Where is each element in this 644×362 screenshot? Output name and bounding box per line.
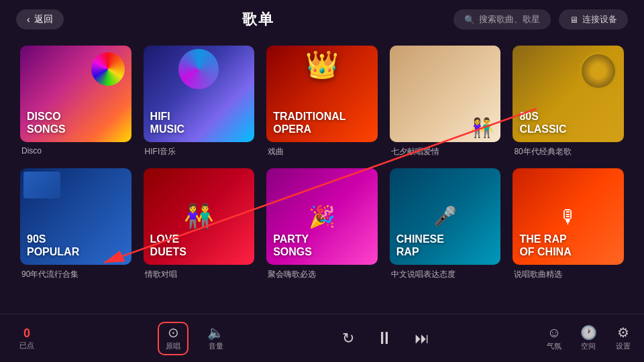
card-love-image: 👫 LOVEDUETS — [144, 168, 255, 265]
card-rap-china[interactable]: 🎙 THE RAPOF CHINA 说唱歌曲精选 — [513, 168, 624, 280]
header: ‹ 返回 歌单 🔍 搜索歌曲、歌星 🖥 连接设备 — [0, 0, 644, 39]
card-love-label: 情歌对唱 — [144, 269, 255, 280]
card-90s-image: 90SPOPULAR — [20, 168, 131, 265]
card-disco-image: DISCOSONGS — [20, 46, 131, 142]
mood-label: 气氛 — [547, 341, 561, 351]
card-80s-image: 80SCLASSIC — [513, 46, 624, 142]
page-title: 歌单 — [242, 9, 274, 29]
card-opera-label: 戏曲 — [266, 146, 378, 158]
bottom-bar: 0 已点 ⊙ 原唱 🔈 音量 ↻ ⏸ ⏭ ☺ 气氛 🕐 空间 ⚙ 设置 — [0, 314, 644, 362]
connect-label: 连接设备 — [582, 13, 617, 25]
card-disco-title: DISCOSONGS — [27, 110, 66, 135]
card-90s[interactable]: 90SPOPULAR 90年代流行合集 — [20, 168, 131, 280]
search-box[interactable]: 🔍 搜索歌曲、歌星 — [453, 9, 551, 29]
left-controls: ⊙ 原唱 🔈 音量 — [158, 322, 224, 355]
back-chevron-icon: ‹ — [27, 14, 30, 25]
card-chinese-rap-title: CHINESERAP — [396, 233, 444, 258]
loop-button[interactable]: ↻ — [342, 330, 354, 347]
card-chinese-rap-label: 中文说唱表达态度 — [390, 269, 501, 280]
card-chinese-rap[interactable]: 🎤 CHINESERAP 中文说唱表达态度 — [390, 168, 501, 280]
playback-controls: ↻ ⏸ ⏭ — [342, 328, 429, 349]
card-90s-title: 90SPOPULAR — [27, 233, 79, 258]
card-rap-china-title: THE RAPOF CHINA — [519, 233, 571, 258]
card-qixi[interactable]: 👫 七夕献唱爱情 — [390, 46, 501, 158]
original-icon: ⊙ — [168, 326, 179, 339]
card-disco-label: Disco — [20, 146, 131, 156]
card-qixi-label: 七夕献唱爱情 — [390, 146, 501, 158]
card-qixi-image: 👫 — [390, 46, 501, 142]
card-80s[interactable]: 80SCLASSIC 80年代经典老歌 — [513, 46, 624, 158]
space-icon: 🕐 — [580, 326, 597, 339]
card-party[interactable]: 🎉 PARTYSONGS 聚会嗨歌必选 — [266, 168, 378, 280]
connect-icon: 🖥 — [570, 15, 578, 25]
card-80s-label: 80年代经典老歌 — [513, 146, 624, 158]
card-party-label: 聚会嗨歌必选 — [266, 269, 378, 280]
back-label: 返回 — [34, 13, 53, 25]
header-right: 🔍 搜索歌曲、歌星 🖥 连接设备 — [453, 9, 628, 29]
search-placeholder: 搜索歌曲、歌星 — [479, 13, 540, 25]
volume-label: 音量 — [209, 341, 223, 351]
card-opera[interactable]: 👑 TRADITIONALOPERA 戏曲 — [266, 46, 378, 158]
card-party-title: PARTYSONGS — [273, 233, 312, 258]
original-sing-button[interactable]: ⊙ 原唱 — [158, 322, 189, 355]
card-hifi-title: HIFIMUSIC — [150, 110, 185, 135]
connect-button[interactable]: 🖥 连接设备 — [559, 9, 628, 29]
card-love[interactable]: 👫 LOVEDUETS 情歌对唱 — [144, 168, 255, 280]
play-count-section: 0 已点 — [13, 326, 40, 351]
card-hifi-image: HIFIMUSIC — [144, 46, 255, 142]
card-love-title: LOVEDUETS — [150, 233, 186, 258]
original-label: 原唱 — [166, 341, 180, 351]
card-hifi[interactable]: HIFIMUSIC HIFI音乐 — [144, 46, 255, 158]
card-rap-china-label: 说唱歌曲精选 — [513, 269, 624, 280]
card-disco[interactable]: DISCOSONGS Disco — [20, 46, 131, 158]
settings-label: 设置 — [616, 341, 631, 351]
pause-button[interactable]: ⏸ — [376, 328, 393, 349]
search-icon: 🔍 — [464, 15, 475, 25]
card-90s-label: 90年代流行合集 — [20, 269, 131, 280]
play-count-label: 已点 — [19, 341, 34, 351]
right-controls: ☺ 气氛 🕐 空间 ⚙ 设置 — [547, 326, 631, 351]
play-count: 0 — [23, 326, 30, 341]
mood-icon: ☺ — [547, 326, 561, 339]
card-chinese-rap-image: 🎤 CHINESERAP — [390, 168, 501, 265]
card-grid: DISCOSONGS Disco HIFIMUSIC HIFI音乐 👑 TRAD… — [0, 39, 644, 280]
settings-icon: ⚙ — [617, 326, 629, 339]
space-label: 空间 — [581, 341, 596, 351]
card-opera-title: TRADITIONALOPERA — [273, 110, 345, 135]
card-opera-image: 👑 TRADITIONALOPERA — [266, 46, 378, 142]
next-button[interactable]: ⏭ — [415, 330, 429, 347]
card-party-image: 🎉 PARTYSONGS — [266, 168, 378, 265]
card-rap-china-image: 🎙 THE RAPOF CHINA — [513, 168, 624, 265]
settings-button[interactable]: ⚙ 设置 — [616, 326, 631, 351]
volume-button[interactable]: 🔈 音量 — [207, 326, 224, 351]
volume-icon: 🔈 — [207, 326, 224, 339]
space-button[interactable]: 🕐 空间 — [580, 326, 597, 351]
card-hifi-label: HIFI音乐 — [144, 146, 255, 158]
card-80s-title: 80SCLASSIC — [519, 110, 566, 135]
mood-button[interactable]: ☺ 气氛 — [547, 326, 561, 351]
back-button[interactable]: ‹ 返回 — [16, 9, 64, 29]
